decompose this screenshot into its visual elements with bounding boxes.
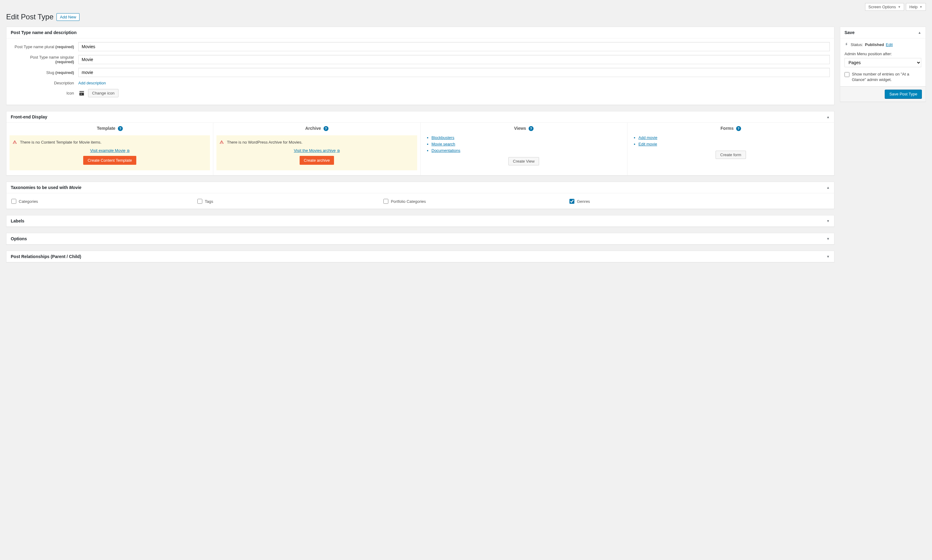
list-item: Edit movie — [639, 142, 831, 146]
taxonomy-item[interactable]: Genres — [570, 199, 749, 204]
view-link[interactable]: Movie search — [431, 142, 455, 146]
postbox-taxonomies: Taxonomies to be used with Movie ▲ Categ… — [6, 182, 834, 209]
postbox-frontend-display: Front-end Display ▲ Template ? There i — [6, 111, 834, 175]
save-post-type-button[interactable]: Save Post Type — [885, 89, 922, 98]
warning-icon — [219, 140, 224, 145]
view-link[interactable]: Documentations — [431, 148, 461, 153]
help-label: Help — [909, 5, 918, 9]
taxonomy-label: Portfolio Categories — [391, 199, 426, 204]
taxonomy-checkbox[interactable] — [11, 199, 16, 204]
postbox-options: Options ▼ — [6, 233, 834, 245]
external-link-icon: ⧉ — [336, 149, 340, 152]
taxonomy-label: Tags — [205, 199, 213, 204]
postbox-title: Taxonomies to be used with Movie — [11, 185, 82, 190]
expand-toggle-icon[interactable]: ▼ — [826, 255, 830, 258]
postbox-name-description: Post Type name and description Post Type… — [6, 27, 834, 105]
collapse-toggle-icon[interactable]: ▲ — [918, 31, 921, 34]
chevron-down-icon: ▼ — [920, 5, 923, 9]
help-icon[interactable]: ? — [118, 126, 123, 131]
clapperboard-icon — [78, 90, 85, 97]
postbox-title: Front-end Display — [11, 114, 47, 119]
taxonomy-checkbox[interactable] — [570, 199, 575, 204]
column-header-archive: Archive ? — [216, 123, 417, 135]
glance-checkbox[interactable] — [844, 72, 849, 77]
postbox-save: Save ▲ Status: Published Edit Admin Menu… — [840, 27, 926, 102]
edit-status-link[interactable]: Edit — [886, 42, 893, 47]
external-link-icon: ⧉ — [126, 149, 129, 152]
visit-archive-link[interactable]: Visit the Movies archive ⧉ — [294, 148, 339, 153]
status-label: Status: — [850, 42, 863, 47]
taxonomy-item[interactable]: Portfolio Categories — [384, 199, 563, 204]
status-value: Published — [865, 42, 884, 47]
glance-label: Show number of entries on "At a Glance" … — [852, 71, 921, 83]
create-content-template-button[interactable]: Create Content Template — [83, 156, 136, 165]
chevron-down-icon: ▼ — [898, 5, 901, 9]
add-description-link[interactable]: Add description — [78, 81, 106, 85]
field-label-singular: Post Type name singular (required) — [11, 55, 78, 64]
expand-toggle-icon[interactable]: ▼ — [826, 237, 830, 241]
form-link[interactable]: Add movie — [639, 135, 657, 140]
screen-options-label: Screen Options — [869, 5, 896, 9]
postbox-title: Post Relationships (Parent / Child) — [11, 254, 81, 259]
screen-options-button[interactable]: Screen Options ▼ — [865, 3, 904, 11]
collapse-toggle-icon[interactable]: ▲ — [826, 115, 830, 119]
help-button[interactable]: Help ▼ — [906, 3, 926, 11]
create-view-button[interactable]: Create View — [508, 157, 539, 165]
field-label-description: Description — [11, 81, 78, 85]
taxonomy-checkbox[interactable] — [197, 199, 202, 204]
field-label-icon: Icon — [11, 91, 78, 95]
postbox-title: Options — [11, 236, 27, 241]
form-link[interactable]: Edit movie — [639, 142, 657, 146]
postbox-title: Save — [844, 30, 855, 35]
collapse-toggle-icon[interactable]: ▲ — [826, 186, 830, 189]
post-type-plural-input[interactable] — [78, 42, 830, 51]
postbox-title: Labels — [11, 218, 24, 223]
pin-icon — [844, 42, 849, 47]
expand-toggle-icon[interactable]: ▼ — [826, 219, 830, 223]
column-header-forms: Forms ? — [630, 123, 831, 135]
help-icon[interactable]: ? — [736, 126, 741, 131]
view-link[interactable]: Blockbusters — [431, 135, 454, 140]
list-item: Documentations — [431, 148, 624, 153]
taxonomy-label: Categories — [19, 199, 38, 204]
list-item: Blockbusters — [431, 135, 624, 140]
taxonomy-item[interactable]: Tags — [197, 199, 377, 204]
change-icon-button[interactable]: Change icon — [88, 89, 119, 97]
menu-position-label: Admin Menu position after: — [844, 52, 921, 56]
archive-warning-text: There is no WordPress Archive for Movies… — [227, 140, 302, 145]
taxonomy-checkbox[interactable] — [384, 199, 388, 204]
column-header-template: Template ? — [9, 123, 210, 135]
page-title: Edit Post Type — [6, 12, 54, 21]
help-icon[interactable]: ? — [324, 126, 328, 131]
field-label-plural: Post Type name plural (required) — [11, 45, 78, 49]
create-archive-button[interactable]: Create archive — [300, 156, 334, 165]
field-label-slug: Slug (required) — [11, 70, 78, 75]
column-header-views: Views ? — [424, 123, 624, 135]
add-new-button[interactable]: Add New — [57, 13, 80, 21]
visit-example-link[interactable]: Visit example Movie ⧉ — [90, 148, 129, 153]
list-item: Movie search — [431, 142, 624, 146]
warning-icon — [12, 140, 17, 145]
glance-checkbox-row[interactable]: Show number of entries on "At a Glance" … — [844, 71, 921, 83]
create-form-button[interactable]: Create form — [716, 151, 746, 159]
menu-position-select[interactable]: Pages — [844, 58, 921, 67]
postbox-labels: Labels ▼ — [6, 215, 834, 227]
post-type-slug-input[interactable] — [78, 68, 830, 77]
list-item: Add movie — [639, 135, 831, 140]
postbox-title: Post Type name and description — [11, 30, 76, 35]
post-type-singular-input[interactable] — [78, 55, 830, 64]
template-warning-text: There is no Content Template for Movie i… — [20, 140, 102, 145]
postbox-relationships: Post Relationships (Parent / Child) ▼ — [6, 251, 834, 262]
help-icon[interactable]: ? — [528, 126, 533, 131]
taxonomy-label: Genres — [577, 199, 590, 204]
taxonomy-item[interactable]: Categories — [11, 199, 191, 204]
